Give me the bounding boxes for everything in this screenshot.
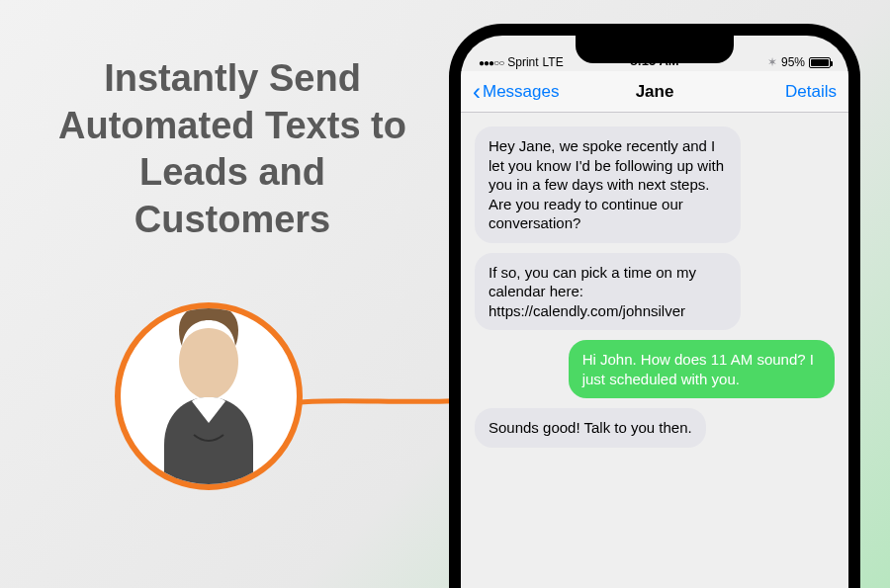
arrow-connector <box>299 395 471 407</box>
marketing-headline: Instantly Send Automated Texts to Leads … <box>40 55 425 243</box>
person-icon <box>134 306 283 484</box>
phone-notch <box>576 36 734 63</box>
message-bubble: Sounds good! Talk to you then. <box>475 408 706 448</box>
details-button[interactable]: Details <box>785 82 837 102</box>
message-bubble: If so, you can pick a time on my calenda… <box>475 253 741 331</box>
phone-frame: ●●●○○ Sprint LTE 8:15 AM ✶ 95% ‹ Message… <box>449 24 860 588</box>
message-list: Hey Jane, we spoke recently and I let yo… <box>461 113 848 588</box>
message-bubble: Hey Jane, we spoke recently and I let yo… <box>475 126 741 243</box>
phone-screen: ●●●○○ Sprint LTE 8:15 AM ✶ 95% ‹ Message… <box>461 36 848 588</box>
lead-avatar <box>115 302 303 490</box>
battery-icon <box>809 57 831 68</box>
message-bubble: Hi John. How does 11 AM sound? I just sc… <box>569 340 835 398</box>
nav-bar: ‹ Messages Jane Details <box>461 71 848 113</box>
